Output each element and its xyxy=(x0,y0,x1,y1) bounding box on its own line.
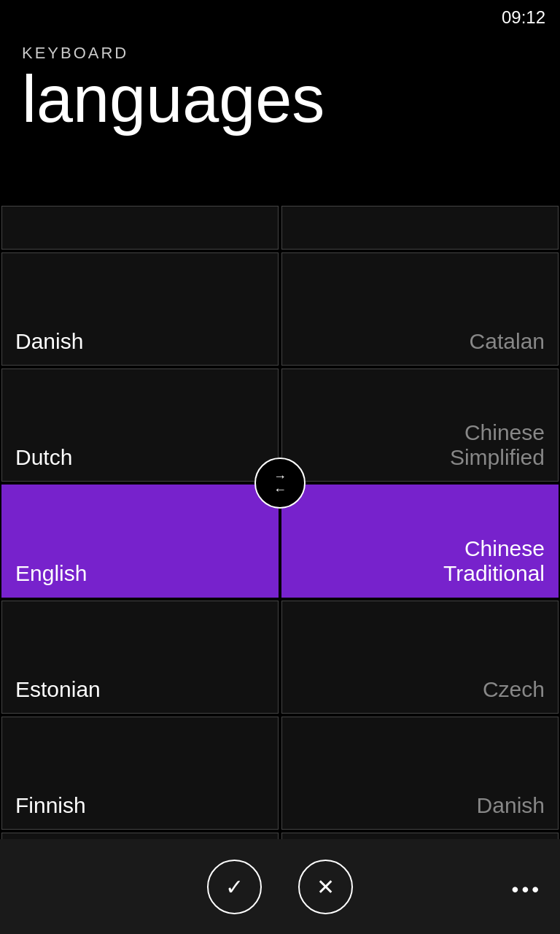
language-item-dutch[interactable]: Dutch xyxy=(1,368,279,482)
language-label: English xyxy=(15,561,87,586)
scroll-partial-left-bottom xyxy=(1,833,279,839)
scroll-partial-right-bottom xyxy=(281,833,559,839)
time-display: 09:12 xyxy=(502,7,545,27)
header: KEYBOARD languages xyxy=(0,0,560,147)
swap-icon: → ← xyxy=(273,470,287,496)
language-label: Estonian xyxy=(15,677,101,702)
status-bar: 09:12 xyxy=(487,0,560,35)
cancel-button[interactable]: ✕ xyxy=(298,860,353,914)
language-item-english[interactable]: English xyxy=(1,485,279,598)
checkmark-icon: ✓ xyxy=(225,874,244,900)
swap-button-wrapper: → ← xyxy=(254,458,306,509)
language-label: Danish xyxy=(15,329,83,354)
language-label: Finnish xyxy=(15,793,86,818)
scroll-partial-left-top xyxy=(1,206,279,250)
language-item-czech[interactable]: Czech xyxy=(281,601,559,714)
language-label: ChineseSimplified xyxy=(450,420,545,470)
close-icon: ✕ xyxy=(316,874,335,900)
swap-button[interactable]: → ← xyxy=(254,458,306,509)
language-label: Catalan xyxy=(470,329,545,354)
language-grid: Danish Catalan Dutch ChineseSimplified E… xyxy=(0,204,560,839)
language-item-chinese-traditional[interactable]: ChineseTraditional xyxy=(281,485,559,598)
language-item-catalan[interactable]: Catalan xyxy=(281,252,559,366)
page-title: languages xyxy=(22,66,538,132)
more-button[interactable]: ••• xyxy=(512,878,542,901)
language-label: ChineseTraditional xyxy=(443,536,545,586)
language-item-estonian[interactable]: Estonian xyxy=(1,601,279,714)
language-label: Czech xyxy=(483,677,545,702)
language-item-finnish[interactable]: Finnish xyxy=(1,717,279,830)
bottom-bar: ✓ ✕ ••• xyxy=(0,839,560,934)
language-item-chinese-simplified[interactable]: ChineseSimplified xyxy=(281,368,559,482)
language-item-danish-right[interactable]: Danish xyxy=(281,717,559,830)
language-label: Danish xyxy=(477,793,545,818)
scroll-partial-right-top xyxy=(281,206,559,250)
language-label: Dutch xyxy=(15,445,72,470)
section-label: KEYBOARD xyxy=(22,44,538,63)
confirm-button[interactable]: ✓ xyxy=(207,860,262,914)
language-list: Danish Catalan Dutch ChineseSimplified E… xyxy=(0,204,560,839)
language-item-danish-left[interactable]: Danish xyxy=(1,252,279,366)
